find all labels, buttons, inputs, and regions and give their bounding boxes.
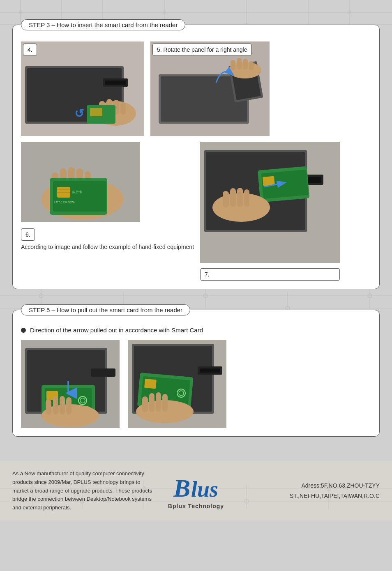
- content-area: STEP 3 – How to insert the smart card fr…: [0, 0, 392, 457]
- svg-rect-50: [90, 108, 102, 116]
- step5-image2-svg: [128, 340, 226, 428]
- step3-image7-block: 7.: [200, 142, 340, 281]
- step3-label6: 6.: [21, 228, 35, 241]
- svg-rect-108: [66, 397, 71, 414]
- step5-content: Direction of the arrow pulled out in acc…: [21, 327, 371, 428]
- svg-rect-107: [60, 396, 65, 414]
- svg-rect-91: [237, 188, 243, 207]
- svg-rect-61: [243, 59, 248, 69]
- svg-text:銀行卡: 銀行卡: [72, 190, 82, 194]
- svg-rect-121: [142, 396, 148, 412]
- step5-bullet-text: Direction of the arrow pulled out in acc…: [30, 327, 203, 334]
- step5-title: STEP 5 – How to pull out the smart card …: [21, 304, 190, 315]
- step3-image4-svg: ↺: [21, 41, 144, 136]
- page-wrapper: STEP 3 – How to insert the smart card fr…: [0, 0, 392, 571]
- step3-desc6: According to image and follow the exampl…: [21, 243, 194, 251]
- step3-image6-svg: 銀行卡 4276 1234 5678: [21, 142, 140, 222]
- step3-section: STEP 3 – How to insert the smart card fr…: [12, 25, 380, 289]
- svg-rect-73: [57, 187, 70, 198]
- step5-images: [21, 340, 371, 428]
- step5-bullet-line: Direction of the arrow pulled out in acc…: [21, 327, 371, 334]
- svg-text:4276 1234 5678: 4276 1234 5678: [54, 201, 75, 204]
- step3-title: STEP 3 – How to insert the smart card fr…: [21, 19, 185, 30]
- svg-rect-123: [156, 392, 161, 412]
- svg-text:↺: ↺: [74, 107, 84, 120]
- step3-image5-block: 5. Rotate the panel for a right angle: [150, 41, 270, 138]
- svg-rect-60: [237, 58, 242, 69]
- svg-rect-96: [91, 368, 115, 377]
- step3-image7-svg: [200, 142, 340, 263]
- step3-content: 4.: [21, 41, 371, 281]
- step3-label6-area: 6. According to image and follow the exa…: [21, 225, 194, 255]
- step3-image4-block: 4.: [21, 41, 144, 138]
- svg-rect-122: [149, 393, 154, 412]
- svg-rect-90: [230, 188, 236, 207]
- step3-label4: 4.: [23, 44, 37, 56]
- step3-bottom-row: 銀行卡 4276 1234 5678 6. According to image…: [21, 142, 371, 281]
- svg-rect-105: [46, 399, 51, 415]
- step5-section: STEP 5 – How to pull out the smart card …: [12, 310, 380, 437]
- svg-rect-113: [200, 368, 220, 373]
- svg-rect-59: [231, 60, 235, 70]
- svg-rect-124: [162, 394, 168, 412]
- step3-label5: 5. Rotate the panel for a right angle: [152, 44, 251, 56]
- svg-rect-92: [244, 189, 249, 207]
- svg-rect-48: [120, 102, 126, 115]
- step5-image1-svg: [21, 340, 120, 428]
- bullet-dot: [21, 328, 26, 333]
- step3-image6-block: 銀行卡 4276 1234 5678 6. According to image…: [21, 142, 194, 255]
- step3-label7: 7.: [200, 268, 340, 281]
- svg-rect-116: [144, 379, 157, 389]
- svg-rect-62: [249, 61, 254, 70]
- svg-rect-42: [105, 81, 126, 85]
- step3-top-row: 4.: [21, 41, 371, 138]
- svg-rect-106: [53, 396, 58, 414]
- svg-rect-89: [223, 191, 229, 207]
